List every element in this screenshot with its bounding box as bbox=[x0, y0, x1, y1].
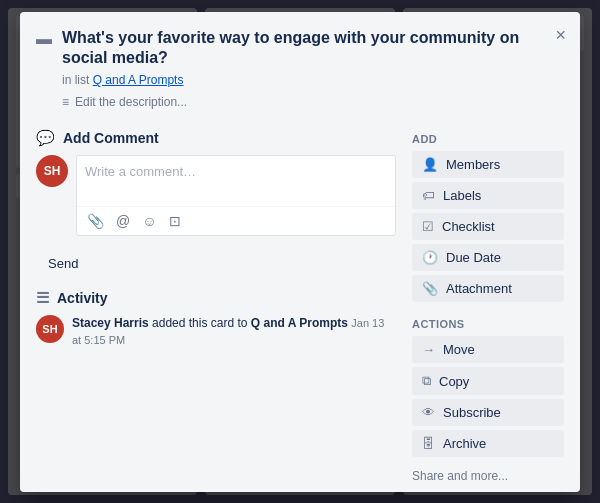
add-section-title: Add bbox=[412, 133, 564, 145]
checklist-button[interactable]: ☑ Checklist bbox=[412, 213, 564, 240]
comment-area: SH 📎 @ ☺ ⊡ bbox=[36, 155, 396, 236]
activity-item: SH Stacey Harris added this card to Q an… bbox=[36, 315, 396, 349]
modal-header: ▬ What's your favorite way to engage wit… bbox=[20, 12, 580, 96]
card-modal: ▬ What's your favorite way to engage wit… bbox=[20, 12, 580, 492]
activity-text: Stacey Harris added this card to Q and A… bbox=[72, 315, 396, 349]
edit-description-label: Edit the description... bbox=[75, 95, 187, 109]
activity-avatar: SH bbox=[36, 315, 64, 343]
attach-icon[interactable]: 📎 bbox=[85, 211, 106, 231]
emoji-icon[interactable]: ☺ bbox=[140, 211, 158, 231]
add-comment-heading: 💬 Add Comment bbox=[36, 129, 396, 147]
archive-button[interactable]: 🗄 Archive bbox=[412, 430, 564, 457]
activity-action: added this card to bbox=[152, 316, 251, 330]
archive-label: Archive bbox=[443, 436, 486, 451]
modal-body: 💬 Add Comment SH 📎 @ ☺ ⊡ Send bbox=[20, 117, 580, 491]
members-label: Members bbox=[446, 157, 500, 172]
attachment-button[interactable]: 📎 Attachment bbox=[412, 275, 564, 302]
subtitle-prefix: in list bbox=[62, 73, 89, 87]
move-button[interactable]: → Move bbox=[412, 336, 564, 363]
archive-icon: 🗄 bbox=[422, 436, 435, 451]
attachment-icon: 📎 bbox=[422, 281, 438, 296]
modal-main: 💬 Add Comment SH 📎 @ ☺ ⊡ Send bbox=[28, 117, 404, 487]
copy-icon: ⧉ bbox=[422, 373, 431, 389]
media-icon[interactable]: ⊡ bbox=[167, 211, 183, 231]
labels-button[interactable]: 🏷 Labels bbox=[412, 182, 564, 209]
activity-heading: ☰ Activity bbox=[36, 289, 396, 307]
comment-section-icon: 💬 bbox=[36, 129, 55, 147]
labels-label: Labels bbox=[443, 188, 481, 203]
move-icon: → bbox=[422, 342, 435, 357]
title-area: What's your favorite way to engage with … bbox=[62, 28, 540, 88]
card-title: What's your favorite way to engage with … bbox=[62, 28, 540, 70]
subscribe-icon: 👁 bbox=[422, 405, 435, 420]
due-date-button[interactable]: 🕐 Due Date bbox=[412, 244, 564, 271]
attachment-label: Attachment bbox=[446, 281, 512, 296]
send-button[interactable]: Send bbox=[36, 250, 90, 277]
share-link[interactable]: Share and more... bbox=[412, 465, 564, 487]
members-icon: 👤 bbox=[422, 157, 438, 172]
subscribe-button[interactable]: 👁 Subscribe bbox=[412, 399, 564, 426]
due-date-icon: 🕐 bbox=[422, 250, 438, 265]
checklist-label: Checklist bbox=[442, 219, 495, 234]
copy-button[interactable]: ⧉ Copy bbox=[412, 367, 564, 395]
current-user-avatar: SH bbox=[36, 155, 68, 187]
edit-description-row[interactable]: ≡ Edit the description... bbox=[20, 95, 580, 117]
list-name-link[interactable]: Q and A Prompts bbox=[93, 73, 184, 87]
due-date-label: Due Date bbox=[446, 250, 501, 265]
activity-section-icon: ☰ bbox=[36, 289, 49, 307]
actions-section-title: Actions bbox=[412, 318, 564, 330]
checklist-icon: ☑ bbox=[422, 219, 434, 234]
activity-user: Stacey Harris bbox=[72, 316, 149, 330]
comment-input[interactable] bbox=[77, 156, 395, 206]
mention-icon[interactable]: @ bbox=[114, 211, 132, 231]
card-icon: ▬ bbox=[36, 30, 52, 48]
subscribe-label: Subscribe bbox=[443, 405, 501, 420]
modal-sidebar: Add 👤 Members 🏷 Labels ☑ Checklist 🕐 Due… bbox=[404, 117, 572, 487]
members-button[interactable]: 👤 Members bbox=[412, 151, 564, 178]
activity-target: Q and A Prompts bbox=[251, 316, 348, 330]
card-subtitle: in list Q and A Prompts bbox=[62, 73, 540, 87]
comment-input-wrapper[interactable]: 📎 @ ☺ ⊡ bbox=[76, 155, 396, 236]
copy-label: Copy bbox=[439, 374, 469, 389]
edit-description-icon: ≡ bbox=[62, 95, 69, 109]
close-button[interactable]: × bbox=[551, 22, 570, 48]
activity-label: Activity bbox=[57, 290, 108, 306]
comment-toolbar: 📎 @ ☺ ⊡ bbox=[77, 206, 395, 235]
labels-icon: 🏷 bbox=[422, 188, 435, 203]
add-comment-label: Add Comment bbox=[63, 130, 159, 146]
move-label: Move bbox=[443, 342, 475, 357]
